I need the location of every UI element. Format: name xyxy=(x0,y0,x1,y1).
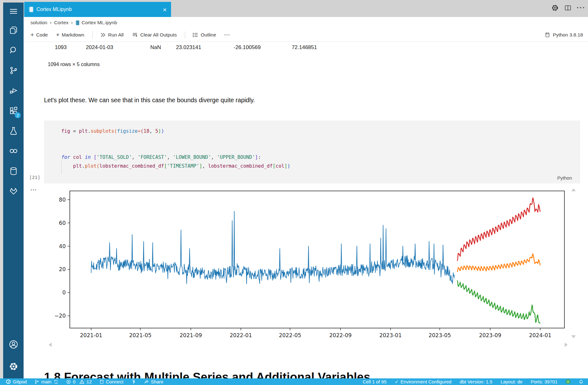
output-collapse-dots[interactable]: ... xyxy=(31,186,37,192)
check-icon: ✓ xyxy=(395,379,399,385)
git-branch-icon xyxy=(34,379,39,384)
outline-button[interactable]: Outline xyxy=(192,32,216,38)
df-upper-bound-cell: 72.146851 xyxy=(276,44,317,51)
svg-text:20: 20 xyxy=(59,266,66,272)
svg-text:0: 0 xyxy=(62,289,66,296)
ports-status-item[interactable]: Ports: 39701 xyxy=(531,379,557,384)
kernel-icon xyxy=(545,32,550,38)
split-editor-icon[interactable] xyxy=(564,4,572,12)
section-heading-clipped: 1.8 Forecast with Multiple Series and Ad… xyxy=(44,371,553,378)
close-icon[interactable]: × xyxy=(163,6,167,13)
cell-language-picker[interactable]: Python xyxy=(557,175,572,181)
disconnect-status-item[interactable] xyxy=(131,379,136,384)
df-forecast-cell: 23.023141 xyxy=(164,44,201,51)
scroll-left-arrow-icon[interactable] xyxy=(49,343,52,347)
plus-icon: + xyxy=(31,31,34,38)
code-line[interactable]: plt.plot(lobstermac_combined_df['TIMESTA… xyxy=(61,162,290,171)
problems-status-item[interactable]: 0 12 xyxy=(66,379,92,384)
add-code-cell-button[interactable]: + Code xyxy=(31,31,48,38)
window-border xyxy=(0,0,3,378)
gitpod-logo-icon xyxy=(6,379,11,384)
plus-icon: + xyxy=(56,31,59,38)
cell-position-status-item[interactable]: Cell 1 of 95 xyxy=(363,379,386,384)
git-branch-status-item[interactable]: main xyxy=(34,379,58,384)
notebook-toolbar: + Code + Markdown Run All Clear All Outp… xyxy=(24,28,588,42)
toolbar-divider xyxy=(92,31,93,38)
chevron-right-icon: › xyxy=(71,20,73,26)
dataframe-summary: 1094 rows × 5 columns xyxy=(48,62,100,67)
markdown-cell-text: Let's plot these. We can see that in thi… xyxy=(44,97,255,104)
extensions-badge: 2 xyxy=(15,112,21,118)
extensions-icon[interactable]: 2 xyxy=(3,101,24,121)
code-editor[interactable]: fig = plt.subplots(figsize=(18, 5))for c… xyxy=(61,127,290,171)
code-line[interactable]: for col in ['TOTAL_SOLD', 'FORECAST', 'L… xyxy=(61,153,290,162)
run-all-button[interactable]: Run All xyxy=(100,32,124,38)
search-icon[interactable] xyxy=(3,40,24,60)
svg-text:60: 60 xyxy=(59,220,66,226)
df-timestamp-cell: 2024-01-03 xyxy=(75,44,113,51)
layout-status-item[interactable]: Layout: de xyxy=(501,379,523,384)
testing-icon[interactable] xyxy=(3,121,24,141)
svg-text:2022-01: 2022-01 xyxy=(230,332,252,338)
connect-status-item[interactable]: Connect xyxy=(99,379,124,384)
database-icon xyxy=(99,379,104,384)
svg-text:2021-01: 2021-01 xyxy=(80,332,102,338)
scroll-up-arrow-icon[interactable] xyxy=(571,188,576,191)
svg-text:−20: −20 xyxy=(54,313,66,319)
dbt-version-status-item[interactable]: dbt Version: 1.5 xyxy=(460,379,492,384)
gitpod-status-item[interactable]: Gitpod xyxy=(6,379,27,384)
add-markdown-cell-button[interactable]: + Markdown xyxy=(56,31,84,38)
df-lower-bound-cell: -26.100569 xyxy=(220,44,261,51)
chevron-right-icon: › xyxy=(50,20,52,26)
code-cell[interactable]: fig = plt.subplots(figsize=(18, 5))for c… xyxy=(44,120,580,183)
environment-status-item[interactable]: ✓ Environment Configured xyxy=(395,379,451,385)
settings-gear-icon-bottom[interactable] xyxy=(3,354,24,378)
svg-text:2023-05: 2023-05 xyxy=(429,332,451,338)
svg-text:2022-09: 2022-09 xyxy=(329,332,352,338)
menu-icon[interactable] xyxy=(3,3,24,20)
database-icon[interactable] xyxy=(3,161,24,181)
toolbar-more-icon[interactable]: ··· xyxy=(224,32,230,38)
svg-text:2021-05: 2021-05 xyxy=(129,332,152,338)
indent-guide xyxy=(61,161,62,174)
sync-icon xyxy=(53,379,58,384)
more-actions-icon[interactable]: ··· xyxy=(577,4,585,12)
breadcrumb-file[interactable]: Cortex ML.ipynb xyxy=(75,20,117,25)
share-status-item[interactable]: Share xyxy=(144,379,164,384)
source-control-icon[interactable] xyxy=(3,60,24,81)
svg-text:2021-09: 2021-09 xyxy=(180,332,202,338)
notifications-bell-icon[interactable] xyxy=(579,379,584,384)
status-bar: Gitpod main 0 12 Connect xyxy=(0,378,588,385)
notebook-icon xyxy=(29,7,33,12)
scroll-right-arrow-icon[interactable] xyxy=(565,343,568,347)
errors-icon xyxy=(66,379,71,384)
share-icon xyxy=(144,379,149,384)
uptime-icon[interactable] xyxy=(566,379,570,384)
output-chart: 2021-012021-052021-092022-012022-052022-… xyxy=(44,186,575,343)
warnings-icon xyxy=(79,379,85,384)
activity-bar: 2 xyxy=(3,3,24,378)
settings-gear-icon[interactable] xyxy=(551,4,559,12)
run-debug-icon[interactable] xyxy=(3,81,24,101)
editor-tab-cortex-ml[interactable]: Cortex MLipynb × xyxy=(24,2,171,17)
breadcrumb-subfolder[interactable]: Cortex xyxy=(54,20,69,25)
svg-text:2022-05: 2022-05 xyxy=(279,332,301,338)
account-icon[interactable] xyxy=(3,334,24,354)
clear-all-outputs-button[interactable]: Clear All Outputs xyxy=(132,32,177,38)
gitlab-icon[interactable] xyxy=(3,181,24,201)
svg-text:2024-01: 2024-01 xyxy=(529,332,551,338)
outline-icon xyxy=(192,32,198,38)
notebook-icon xyxy=(75,20,80,25)
svg-text:2023-01: 2023-01 xyxy=(379,332,402,338)
df-total-sold-cell: NaN xyxy=(132,44,161,51)
toolbar-divider xyxy=(185,31,185,38)
kernel-picker[interactable]: Python 3.8.18 xyxy=(545,32,588,38)
scroll-down-arrow-icon[interactable] xyxy=(571,335,576,338)
code-line[interactable] xyxy=(61,136,290,145)
links-icon[interactable] xyxy=(3,141,24,161)
code-line[interactable]: fig = plt.subplots(figsize=(18, 5)) xyxy=(61,127,290,136)
svg-text:80: 80 xyxy=(59,197,66,203)
breadcrumb-folder[interactable]: solution xyxy=(31,20,47,25)
explorer-icon[interactable] xyxy=(3,20,24,40)
code-line[interactable] xyxy=(61,145,290,153)
